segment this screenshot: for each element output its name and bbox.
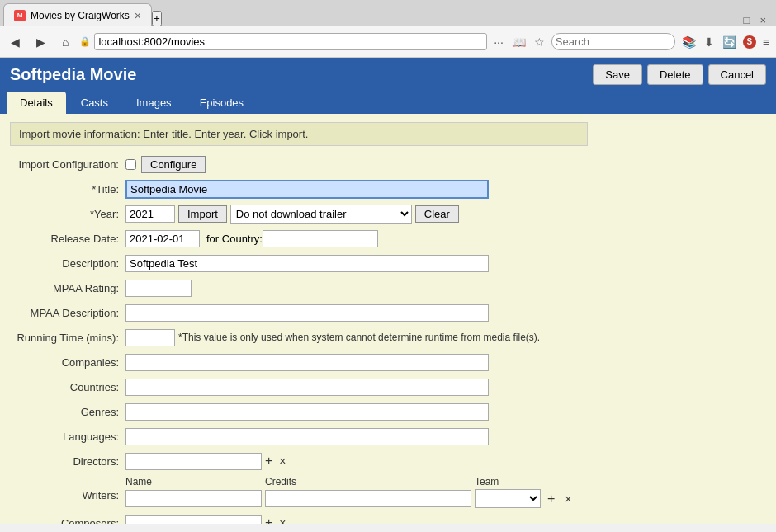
toolbar-icons: ··· 📖 ☆ (492, 34, 547, 50)
countries-label: Countries: (10, 381, 125, 393)
import-config-row: Import Configuration: Configure (10, 154, 766, 174)
writers-team-col: Team (475, 476, 541, 487)
writer-credits-input[interactable] (265, 490, 471, 507)
companies-input[interactable] (125, 354, 489, 371)
year-input[interactable] (125, 205, 175, 223)
composers-add-button[interactable]: + (262, 516, 276, 524)
mpaa-rating-row: MPAA Rating: (10, 278, 766, 298)
release-date-label: Release Date: (10, 233, 125, 245)
writer-team-select[interactable] (475, 489, 541, 508)
writers-add-button[interactable]: + (544, 492, 558, 506)
writers-input-row: + × (125, 489, 575, 508)
release-date-input[interactable] (125, 230, 200, 247)
configure-button[interactable]: Configure (141, 156, 206, 173)
languages-input[interactable] (125, 428, 489, 445)
composers-remove-button[interactable]: × (276, 516, 289, 524)
description-label: Description: (10, 257, 125, 270)
description-input[interactable] (125, 255, 489, 272)
writers-remove-button[interactable]: × (561, 492, 575, 506)
active-tab[interactable]: M Movies by CraigWorks × (3, 3, 152, 26)
search-input[interactable] (551, 33, 675, 50)
import-config-checkbox[interactable] (125, 159, 136, 170)
languages-label: Languages: (10, 431, 125, 443)
tab-images[interactable]: Images (123, 92, 185, 114)
writer-name-input[interactable] (125, 490, 262, 507)
genres-input[interactable] (125, 403, 489, 421)
save-button[interactable]: Save (593, 64, 642, 85)
browser-window: M Movies by CraigWorks × + — □ × ◀ ▶ ⌂ 🔒… (0, 0, 776, 58)
directors-add-button[interactable]: + (262, 454, 276, 468)
languages-row: Languages: (10, 426, 766, 446)
mpaa-description-input[interactable] (125, 304, 489, 322)
download-icon[interactable]: ⬇ (703, 34, 716, 50)
tab-episodes[interactable]: Episodes (187, 92, 257, 114)
minimize-button[interactable]: — (723, 14, 734, 26)
tab-casts[interactable]: Casts (68, 92, 121, 114)
genres-label: Genres: (10, 406, 125, 418)
app-container: Softpedia Movie Save Delete Cancel Detai… (0, 58, 776, 114)
writers-section: Name Credits Team + × (125, 476, 575, 508)
title-label: *Title: (10, 183, 125, 195)
release-date-row: Release Date: for Country: (10, 228, 766, 248)
writers-name-col: Name (125, 476, 262, 487)
import-config-label: Import Configuration: (10, 158, 125, 171)
library-icon[interactable]: 📚 (680, 34, 698, 50)
countries-row: Countries: (10, 377, 766, 397)
mpaa-description-row: MPAA Description: (10, 303, 766, 322)
extensions-icon[interactable]: ··· (492, 34, 505, 50)
running-time-label: Running Time (mins): (10, 332, 125, 344)
home-button[interactable]: ⌂ (56, 33, 74, 51)
title-row: *Title: (10, 179, 766, 199)
sync-icon[interactable]: 🔄 (721, 34, 738, 50)
genres-row: Genres: (10, 402, 766, 421)
directors-remove-button[interactable]: × (276, 454, 289, 468)
tab-close-icon[interactable]: × (135, 9, 141, 22)
country-input[interactable] (263, 230, 378, 247)
trailer-dropdown[interactable]: Do not download trailer Download trailer… (230, 205, 412, 224)
import-notice: Import movie information: Enter title. E… (10, 122, 588, 146)
delete-button[interactable]: Delete (647, 64, 703, 85)
window-close-button[interactable]: × (759, 14, 766, 26)
directors-input[interactable] (125, 453, 262, 470)
writers-row: Writers: Name Credits Team + × (10, 476, 766, 508)
content-area: Import movie information: Enter title. E… (0, 114, 776, 524)
title-input[interactable] (125, 180, 489, 199)
for-country-label: for Country: (206, 233, 263, 245)
favicon: M (14, 10, 26, 21)
menu-icon[interactable]: ≡ (761, 34, 771, 50)
countries-input[interactable] (125, 379, 489, 396)
writers-label: Writers: (10, 476, 125, 501)
reader-icon[interactable]: 📖 (510, 34, 528, 50)
directors-row: Directors: + × (10, 451, 766, 471)
mpaa-rating-input[interactable] (125, 280, 192, 297)
companies-label: Companies: (10, 356, 125, 369)
bookmark-icon[interactable]: ☆ (532, 34, 547, 50)
new-tab-button[interactable]: + (152, 11, 162, 26)
browser-toolbar: ◀ ▶ ⌂ 🔒 ··· 📖 ☆ 📚 ⬇ 🔄 S ≡ (0, 26, 776, 58)
running-time-row: Running Time (mins): *This value is only… (10, 327, 766, 347)
address-bar[interactable] (94, 33, 487, 50)
header-buttons: Save Delete Cancel (593, 64, 766, 85)
running-time-input[interactable] (125, 329, 175, 346)
writers-header: Name Credits Team (125, 476, 575, 487)
cancel-button[interactable]: Cancel (708, 64, 766, 85)
profile-icon[interactable]: S (743, 35, 756, 49)
mpaa-rating-label: MPAA Rating: (10, 282, 125, 294)
tab-details[interactable]: Details (7, 92, 66, 114)
right-toolbar-icons: 📚 ⬇ 🔄 S ≡ (680, 34, 771, 50)
import-button[interactable]: Import (178, 205, 227, 223)
mpaa-description-label: MPAA Description: (10, 307, 125, 319)
year-label: *Year: (10, 208, 125, 220)
browser-tab-bar: M Movies by CraigWorks × + — □ × (0, 0, 776, 26)
description-row: Description: (10, 253, 766, 273)
tabs-bar: Details Casts Images Episodes (0, 92, 776, 114)
forward-button[interactable]: ▶ (31, 33, 51, 51)
app-header: Softpedia Movie Save Delete Cancel (0, 58, 776, 92)
companies-row: Companies: (10, 352, 766, 372)
back-button[interactable]: ◀ (5, 33, 26, 51)
tab-title: Movies by CraigWorks (31, 10, 130, 21)
maximize-button[interactable]: □ (744, 14, 750, 26)
composers-input[interactable] (125, 515, 262, 525)
app-title: Softpedia Movie (10, 65, 136, 84)
clear-button[interactable]: Clear (415, 205, 459, 223)
